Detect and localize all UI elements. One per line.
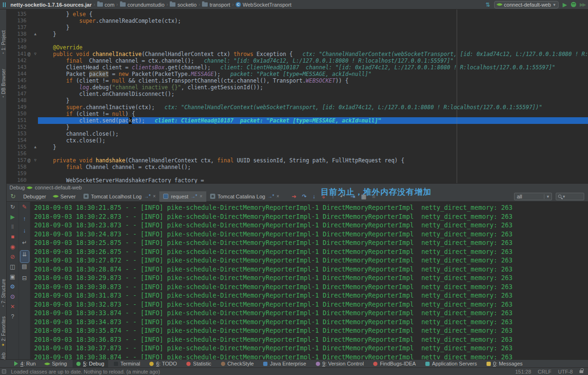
code-line[interactable]: 149 super.channelInactive(ctx); ctx: "Ch… <box>7 104 588 111</box>
code-line[interactable]: 158 final Channel channel = ctx.channel(… <box>7 164 588 170</box>
clear-all-icon[interactable]: ⊟ <box>20 274 29 286</box>
override-marker-icon[interactable]: @ <box>28 157 30 164</box>
toolwindow-button-version-control[interactable]: 9: Version Control <box>312 360 368 368</box>
clear-console-icon[interactable]: ✎ <box>20 203 29 215</box>
code-line[interactable]: 155▲ } <box>7 144 588 150</box>
code-line[interactable]: 159 <box>7 170 588 177</box>
sidebar-item-undefined[interactable]: ▪7: Structure <box>0 279 6 307</box>
tab-tomcat-localhost-log[interactable]: Tomcat Localhost Log→*× <box>80 191 160 202</box>
coverage-run-icon[interactable]: ▶▶ <box>580 2 585 7</box>
encoding-indicator[interactable]: UTF-8 <box>558 369 573 375</box>
line-number[interactable]: 159 <box>7 170 27 177</box>
line-ending-indicator[interactable]: CRLF <box>538 369 551 375</box>
code-line[interactable]: 140 @Override <box>7 44 588 51</box>
rerun-icon[interactable]: ↻ <box>9 203 17 213</box>
code-line[interactable]: 147 client.onChannelDisconnect(); <box>7 91 588 97</box>
caret-position[interactable]: 151:28 <box>515 369 531 375</box>
line-number[interactable]: 157 <box>7 157 27 164</box>
line-number[interactable]: 152 <box>7 124 27 131</box>
code-line[interactable]: 136 super.channelReadComplete(ctx); <box>7 18 588 24</box>
sidebar-item-undefined[interactable]: ★2: Favorites <box>0 317 6 347</box>
code-line[interactable]: 160 WebSocketServerHandshakerFactory fac… <box>7 177 588 183</box>
settings-icon[interactable]: ⚙ <box>9 283 17 293</box>
tab-tomcat-catalina-log[interactable]: Tomcat Catalina Log→*× <box>206 191 283 202</box>
line-number[interactable]: 144 <box>7 71 27 77</box>
line-number[interactable]: 153 <box>7 131 27 137</box>
line-number[interactable]: 141 <box>7 51 27 57</box>
down-stack-trace-icon[interactable]: ↓ <box>20 227 29 239</box>
code-line[interactable]: 143 ClientHead client = clientsBox.get(c… <box>7 64 588 71</box>
line-number[interactable]: 145 <box>7 77 27 84</box>
fold-end-icon[interactable]: ▲ <box>34 144 37 150</box>
line-number[interactable]: 150 <box>7 111 27 117</box>
toolwindow-button-java-enterprise[interactable]: Java Enterprise <box>259 360 310 368</box>
breadcrumb-item-class[interactable]: CWebSocketTransport <box>236 2 292 8</box>
line-number[interactable]: 146 <box>7 84 27 91</box>
console-search-input[interactable]: ▾ <box>556 193 584 200</box>
line-number[interactable]: 138 <box>7 31 27 38</box>
fold-start-icon[interactable]: ▽ <box>34 157 37 164</box>
show-execution-point-icon[interactable]: ➔ <box>292 193 296 200</box>
breadcrumb-item-package[interactable]: corundumstudio <box>120 2 165 8</box>
toolwindow-switcher-icon[interactable] <box>2 369 6 374</box>
event-columns-icon[interactable]: ⇅ <box>486 2 490 8</box>
code-line[interactable]: 154 ctx.close(); <box>7 137 588 144</box>
code-line[interactable]: 144 Packet packet = new Packet(PacketTyp… <box>7 71 588 77</box>
view-breakpoints-icon[interactable]: ◉ <box>9 243 17 253</box>
fold-end-icon[interactable]: ▲ <box>34 31 37 38</box>
code-line[interactable]: 145 if (client != null && client.isTrans… <box>7 77 588 84</box>
up-stack-trace-icon[interactable]: ↑ <box>20 215 29 227</box>
execution-line[interactable]: 151 client.send(packet); client: ClientH… <box>7 117 588 124</box>
sidebar-item-undefined[interactable]: ▪DB Browser <box>0 69 6 97</box>
thread-dump-icon[interactable]: ◫ <box>9 263 17 273</box>
lock-icon[interactable] <box>579 370 583 373</box>
tab-request[interactable]: request→*× <box>159 191 206 202</box>
debug-button[interactable] <box>571 2 576 7</box>
mute-breakpoints-icon[interactable]: ⊘ <box>9 253 17 263</box>
line-number[interactable]: 140 <box>7 44 27 51</box>
line-number[interactable]: 147 <box>7 91 27 97</box>
close-tab-icon[interactable]: × <box>276 194 279 199</box>
code-line[interactable]: 153 channel.close(); <box>7 131 588 137</box>
line-number[interactable]: 156 <box>7 150 27 157</box>
code-line[interactable]: 156 <box>7 150 588 157</box>
sidebar-item-undefined[interactable]: ▪1: Project <box>0 30 6 54</box>
code-line[interactable]: 142 final Channel channel = ctx.channel(… <box>7 57 588 64</box>
help-icon[interactable]: ? <box>9 313 17 323</box>
line-number[interactable]: 135 <box>7 11 27 18</box>
toolwindow-button-debug[interactable]: 5: Debug <box>73 360 108 368</box>
console-output[interactable]: 2018-09-03 18:30:21.875 - - [INFO] pike-… <box>30 202 588 360</box>
close-tab-icon[interactable]: × <box>153 194 156 199</box>
print-icon[interactable]: ▤ <box>20 262 29 274</box>
line-number[interactable]: 148 <box>7 97 27 104</box>
tab-server[interactable]: Server <box>50 191 79 202</box>
pin-icon[interactable]: ⊙ <box>9 293 17 303</box>
toolwindow-button-statistic[interactable]: Statistic <box>183 360 215 368</box>
step-over-icon[interactable]: ↷ <box>302 193 307 200</box>
pause-icon[interactable]: Ⅱ <box>9 223 17 233</box>
scroll-to-end-icon[interactable]: ⇊ <box>20 251 29 262</box>
toolwindow-button-todo[interactable]: 6: TODO <box>146 360 181 368</box>
code-line[interactable]: 146 log.debug("channel inactive {}", cli… <box>7 84 588 91</box>
line-number[interactable]: 155 <box>7 144 27 150</box>
run-configuration-select[interactable]: connect-default-web ▾ <box>494 1 559 9</box>
code-line[interactable]: 138▲ } <box>7 31 588 38</box>
line-number[interactable]: 149 <box>7 104 27 111</box>
step-into-icon[interactable]: ↓ <box>312 193 315 200</box>
breadcrumb-item-package[interactable]: socketio <box>170 2 196 8</box>
code-line[interactable]: 152 } <box>7 124 588 131</box>
code-line[interactable]: 150 if (client != null) { <box>7 111 588 117</box>
line-number[interactable]: 160 <box>7 177 27 183</box>
soft-wrap-icon[interactable]: ↵ <box>20 239 29 251</box>
toolwindow-button-checkstyle[interactable]: CheckStyle <box>217 360 258 368</box>
toolwindow-button-findbugs-idea[interactable]: FindBugs-IDEA <box>369 360 420 368</box>
breadcrumb-item-package[interactable]: com <box>97 2 115 8</box>
toolwindow-button-run[interactable]: 4: Run <box>10 360 39 368</box>
line-number[interactable]: 142 <box>7 57 27 64</box>
code-line[interactable]: 141@▽ public void channelInactive(Channe… <box>7 51 588 57</box>
toolwindow-button-application-servers[interactable]: Application Servers <box>422 360 481 368</box>
code-line[interactable]: 135 } else { <box>7 11 588 18</box>
code-line[interactable]: 157@▽ private void handshake(ChannelHand… <box>7 157 588 164</box>
line-number[interactable]: 143 <box>7 64 27 71</box>
line-number[interactable]: 158 <box>7 164 27 170</box>
